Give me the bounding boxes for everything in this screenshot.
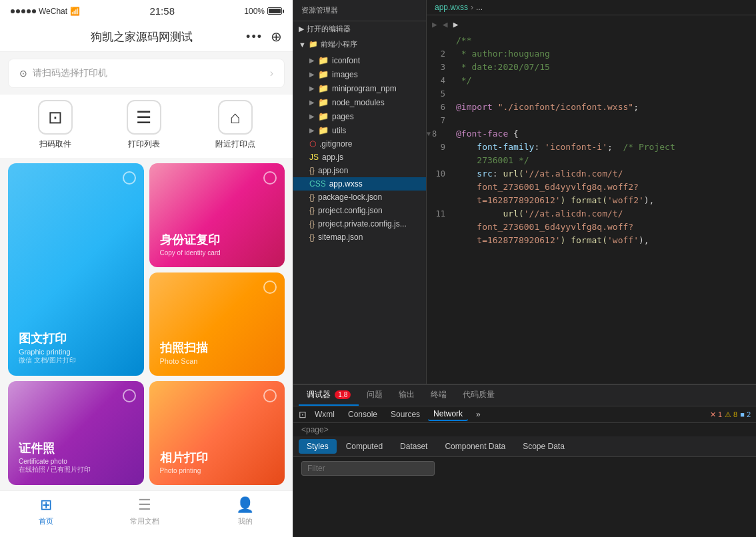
phone-app-header: 狗凯之家源码网测试 ••• ⊕ [0,22,293,52]
card-photo-subtitle: Photo Scan [160,357,275,365]
subtab-component-data[interactable]: Component Data [437,439,513,454]
tab-network[interactable]: Network [428,408,468,421]
scan-icon: ⊡ [38,100,73,135]
filter-input[interactable] [301,461,435,476]
debugger-toolbar: ⊡ Wxml Console Sources Network » ✕ 1 ⚠ 8… [293,406,756,423]
code-line-4: 4 */ [427,74,756,87]
card-idcard[interactable]: 身份证复印 Copy of identity card [149,163,285,267]
tree-sitemap[interactable]: {} sitemap.json [293,231,426,244]
card-circle-photo [263,280,277,294]
nearby-icon: ⌂ [218,100,253,135]
debugger-breadcrumb: <page> [293,423,756,436]
tree-projectprivate[interactable]: {} project.private.config.js... [293,217,426,231]
error-count: ✕ 1 [710,410,722,419]
code-editor: app.wxss › ... ▶ ◀ ▶ /** 2 * author:houg… [427,0,756,384]
tab-wxml[interactable]: Wxml [309,408,340,420]
tab-sources[interactable]: Sources [385,408,425,420]
tree-miniprogram-npm[interactable]: ▶ 📁 miniprogram_npm [293,81,426,95]
code-line-11b: font_2736001_6d4yyvlfg8q.woff? [427,221,756,234]
back-icon[interactable]: ◀ [443,18,448,31]
collapse-icon[interactable]: ▶ [432,18,437,31]
tree-pages[interactable]: ▶ 📁 pages [293,109,426,123]
feature-nearby[interactable]: ⌂ 附近打印点 [215,100,255,150]
nav-docs[interactable]: ☰ 常用文档 [130,496,159,526]
nav-profile[interactable]: 👤 我的 [236,496,254,526]
tree-appjson[interactable]: {} app.json [293,164,426,177]
nav-profile-label: 我的 [238,516,253,526]
code-line-2: 2 * author:houguang [427,47,756,61]
tab-issues[interactable]: 问题 [359,385,391,406]
tab-debugger[interactable]: 调试器 1,8 [299,385,359,406]
phone-status-bar: WeChat 📶 21:58 100% [0,0,293,22]
menu-icon[interactable]: ••• [246,30,263,44]
file-tree: ▶ 📁 iconfont ▶ 📁 images ▶ 📁 miniprogram_… [293,52,426,245]
folder-icon: 📁 [318,111,329,121]
tab-output[interactable]: 输出 [391,385,423,406]
card-cert-desc: 在线拍照 / 已有照片打印 [19,465,133,474]
card-cert-subtitle: Certificate photo [19,458,133,465]
card-cert[interactable]: 证件照 Certificate photo 在线拍照 / 已有照片打印 [8,381,144,485]
tree-utils[interactable]: ▶ 📁 utils [293,123,426,137]
list-icon: ☰ [127,100,161,135]
card-id-title: 身份证复印 [160,232,275,248]
code-line-10: 10 src: url('//at.alicdn.com/t/ [427,167,756,181]
forward-icon[interactable]: ▶ [453,18,459,31]
subtab-computed[interactable]: Computed [338,439,391,454]
tab-terminal[interactable]: 终端 [423,385,455,406]
card-circle-cert [123,389,136,402]
card-graphic[interactable]: 图文打印 Graphic printing 微信 文档/图片打印 [8,163,144,376]
code-line-11: 11 url('//at.alicdn.com/t/ [427,207,756,221]
header-icons[interactable]: ••• ⊕ [246,29,282,45]
folder-icon: 📁 [318,55,329,65]
tree-packagelock[interactable]: {} package-lock.json [293,191,426,204]
tree-iconfont[interactable]: ▶ 📁 iconfont [293,53,426,67]
tree-projectconfig[interactable]: {} project.config.json [293,204,426,217]
app-title: 狗凯之家源码网测试 [91,29,193,45]
open-editors-arrow: ▶ [299,25,304,33]
card-photoscan[interactable]: 拍照扫描 Photo Scan [149,272,285,376]
time-display: 21:58 [149,5,175,17]
card-circle-graphic [123,171,136,185]
feature-scan[interactable]: ⊡ 扫码取件 [38,100,73,150]
explorer-open-editors[interactable]: ▶ 打开的编辑器 [293,21,426,37]
explorer-folder[interactable]: ▼ 📁 前端小程序 [293,37,426,52]
subtab-scope-data[interactable]: Scope Data [515,439,573,454]
breadcrumb-rest: ... [476,3,483,12]
cards-grid: 图文打印 Graphic printing 微信 文档/图片打印 身份证复印 C… [0,163,293,485]
code-line-8: ▼8 @font-face { [427,127,756,141]
tab-quality[interactable]: 代码质量 [455,385,503,406]
tree-images[interactable]: ▶ 📁 images [293,67,426,81]
warn-count: ⚠ 8 [725,410,737,419]
phone-panel: WeChat 📶 21:58 100% 狗凯之家源码网测试 ••• ⊕ ⊙ 请扫… [0,0,293,537]
location-icon: ⊙ [19,68,27,79]
folder-icon: 📁 [318,69,329,79]
battery-icon [267,7,282,15]
scan-bar[interactable]: ⊙ 请扫码选择打印机 › [8,59,285,88]
card-photo-title: 拍照扫描 [160,340,275,356]
code-line-11c: t=1628778920612') format('woff'), [427,234,756,247]
tree-gitignore[interactable]: ⬡ .gitignore [293,137,426,151]
info-icon: ■ [740,410,745,418]
card-circle-id [263,171,277,185]
tree-appwxss[interactable]: CSS app.wxss [293,177,426,191]
debugger-top-tabs: 调试器 1,8 问题 输出 终端 代码质量 [293,385,756,406]
list-label: 打印列表 [128,139,160,150]
subtab-styles[interactable]: Styles [299,439,337,454]
tab-more[interactable]: » [471,408,486,420]
add-icon[interactable]: ⊕ [271,29,282,45]
feature-list[interactable]: ☰ 打印列表 [127,100,161,150]
subtab-dataset[interactable]: Dataset [392,439,435,454]
tree-appjs[interactable]: JS app.js [293,151,426,164]
breadcrumb-page: <page> [301,425,329,434]
scan-bar-left: ⊙ 请扫码选择打印机 [19,67,107,79]
filter-bar [293,457,756,480]
profile-icon: 👤 [236,496,254,514]
tab-console[interactable]: Console [343,408,383,420]
code-breadcrumb: app.wxss › ... [427,0,756,15]
tree-node-modules[interactable]: ▶ 📁 node_modules [293,95,426,109]
file-explorer: 资源管理器 ▶ 打开的编辑器 ▼ 📁 前端小程序 ▶ 📁 iconfont ▶ … [293,0,427,384]
card-album[interactable]: 相片打印 Photo printing [149,381,285,485]
nav-home[interactable]: ⊞ 首页 [39,496,53,526]
nav-icon-screen[interactable]: ⊡ [299,409,307,420]
nav-home-label: 首页 [39,516,53,526]
